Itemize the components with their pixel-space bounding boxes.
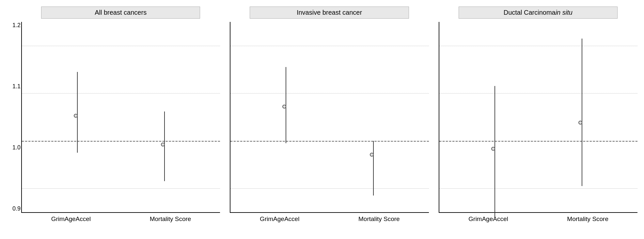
point-circle-ductal-carcinoma-GrimAgeAccel xyxy=(491,147,495,151)
chart-container: All breast cancers1.21.11.00.9GrimAgeAcc… xyxy=(0,0,644,239)
ci-line-all-breast-cancers-Mortality Score xyxy=(164,111,165,181)
gridline-1.1 xyxy=(230,93,429,94)
point-group-invasive-breast-cancer-GrimAgeAccel xyxy=(286,22,287,212)
x-label-all-breast-cancers-0: GrimAgeAccel xyxy=(21,215,121,232)
gridline-0.9 xyxy=(22,188,220,189)
x-label-all-breast-cancers-1: Mortality Score xyxy=(121,215,220,232)
plot-area-all-breast-cancers: 1.21.11.00.9 xyxy=(21,22,220,213)
panel-title-all-breast-cancers: All breast cancers xyxy=(41,7,200,19)
x-label-ductal-carcinoma-0: GrimAgeAccel xyxy=(439,215,538,232)
y-axis-label xyxy=(0,3,18,239)
gridline-0.9 xyxy=(230,188,429,189)
gridline-1.1 xyxy=(439,93,637,94)
panel-ductal-carcinoma: Ductal Carcinoma in situGrimAgeAccelMort… xyxy=(435,3,644,236)
gridline-1.2 xyxy=(439,46,637,46)
gridline-1.1 xyxy=(22,93,220,94)
ci-line-all-breast-cancers-GrimAgeAccel xyxy=(77,72,78,153)
plot-area-ductal-carcinoma xyxy=(439,22,637,213)
point-group-invasive-breast-cancer-Mortality Score xyxy=(373,22,374,212)
reference-line-1 xyxy=(230,141,429,142)
point-circle-invasive-breast-cancer-GrimAgeAccel xyxy=(282,105,286,109)
point-group-ductal-carcinoma-GrimAgeAccel xyxy=(495,22,495,212)
point-group-all-breast-cancers-GrimAgeAccel xyxy=(77,22,78,212)
x-labels-ductal-carcinoma: GrimAgeAccelMortality Score xyxy=(439,213,637,232)
x-labels-invasive-breast-cancer: GrimAgeAccelMortality Score xyxy=(230,213,429,232)
panel-title-invasive-breast-cancer: Invasive breast cancer xyxy=(250,7,409,19)
gridline-1.2 xyxy=(22,46,220,46)
gridline-0.9 xyxy=(439,188,637,189)
x-labels-all-breast-cancers: GrimAgeAccelMortality Score xyxy=(21,213,220,232)
x-label-invasive-breast-cancer-0: GrimAgeAccel xyxy=(230,215,329,232)
point-circle-all-breast-cancers-GrimAgeAccel xyxy=(74,114,78,118)
panel-title-ductal-carcinoma: Ductal Carcinoma in situ xyxy=(459,7,618,19)
panel-invasive-breast-cancer: Invasive breast cancerGrimAgeAccelMortal… xyxy=(227,3,435,236)
gridline-1.2 xyxy=(230,46,429,46)
ci-line-ductal-carcinoma-GrimAgeAccel xyxy=(495,86,495,217)
x-label-ductal-carcinoma-1: Mortality Score xyxy=(538,215,637,232)
reference-line-1 xyxy=(439,141,637,142)
point-circle-all-breast-cancers-Mortality Score xyxy=(161,143,165,146)
panel-all-breast-cancers: All breast cancers1.21.11.00.9GrimAgeAcc… xyxy=(18,3,227,236)
point-group-ductal-carcinoma-Mortality Score xyxy=(582,22,583,212)
x-label-invasive-breast-cancer-1: Mortality Score xyxy=(329,215,429,232)
ci-line-invasive-breast-cancer-Mortality Score xyxy=(373,141,374,196)
point-circle-ductal-carcinoma-Mortality Score xyxy=(578,121,582,125)
point-group-all-breast-cancers-Mortality Score xyxy=(165,22,165,212)
panels-wrapper: All breast cancers1.21.11.00.9GrimAgeAcc… xyxy=(18,3,644,236)
reference-line-1 xyxy=(22,141,220,142)
plot-area-invasive-breast-cancer xyxy=(230,22,429,213)
point-circle-invasive-breast-cancer-Mortality Score xyxy=(370,153,374,157)
ci-line-ductal-carcinoma-Mortality Score xyxy=(582,39,582,186)
